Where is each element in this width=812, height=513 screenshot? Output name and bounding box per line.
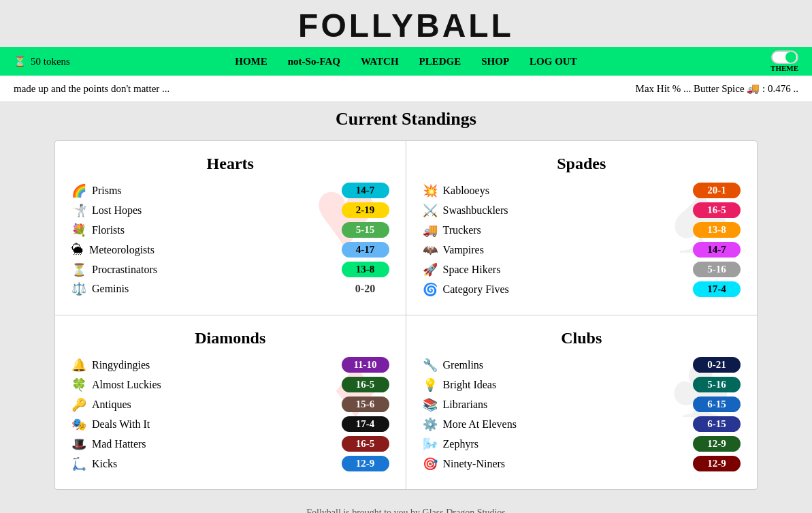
- team-name: Truckers: [443, 224, 481, 236]
- team-left: 💡Bright Ideas: [423, 377, 497, 392]
- footer: Follyball is brought to you by Glass Dra…: [0, 497, 812, 513]
- diamonds-team-list: 🔔Ringydingies11-10🍀Almost Luckies16-5🔑An…: [71, 357, 389, 471]
- main-content: Current Standings ♥ Hearts 🌈Prisms14-7🤺L…: [0, 102, 812, 497]
- clubs-team-list: 🔧Gremlins0-21💡Bright Ideas5-16📚Librarian…: [423, 357, 741, 471]
- score-badge: 4-17: [342, 242, 389, 258]
- team-row: ⚔️Swashbucklers16-5: [423, 202, 741, 218]
- score-badge: 6-15: [693, 397, 741, 412]
- score-badge: 13-8: [342, 262, 389, 277]
- team-name: Bright Ideas: [443, 379, 497, 391]
- theme-label: THEME: [770, 64, 798, 72]
- team-name: Ninety-Niners: [443, 458, 506, 470]
- team-name: More At Elevens: [443, 418, 517, 431]
- team-row: 🌬️Zephyrs12-9: [423, 436, 741, 452]
- nav-watch[interactable]: WATCH: [361, 56, 399, 67]
- theme-toggle-switch[interactable]: [771, 50, 798, 64]
- team-left: ⚖️Geminis: [71, 281, 129, 296]
- diamonds-quadrant: ♦ Diamonds 🔔Ringydingies11-10🍀Almost Luc…: [55, 315, 406, 489]
- team-left: 🌦Meteorologists: [71, 243, 155, 257]
- team-icon: 🎩: [71, 437, 86, 452]
- team-icon: 🤺: [71, 203, 86, 218]
- score-badge: 5-16: [693, 262, 741, 277]
- standings-grid: ♥ Hearts 🌈Prisms14-7🤺Lost Hopes2-19💐Flor…: [54, 140, 758, 490]
- team-name: Vampires: [443, 244, 484, 256]
- team-row: 🦇Vampires14-7: [423, 242, 741, 258]
- team-name: Mad Hatters: [92, 438, 146, 450]
- team-left: 🌀Category Fives: [423, 282, 509, 297]
- score-badge: 0-21: [693, 357, 741, 373]
- team-icon: ⏳: [71, 262, 86, 277]
- team-row: 🌀Category Fives17-4: [423, 281, 741, 297]
- hearts-team-list: 🌈Prisms14-7🤺Lost Hopes2-19💐Florists5-15🌦…: [71, 183, 389, 296]
- team-row: ⚖️Geminis0-20: [71, 281, 389, 296]
- hourglass-icon: ⏳: [14, 55, 27, 67]
- clubs-quadrant: ♣ Clubs 🔧Gremlins0-21💡Bright Ideas5-16📚L…: [406, 315, 758, 489]
- team-name: Meteorologists: [89, 244, 155, 256]
- token-count: ⏳ 50 tokens: [14, 55, 70, 67]
- team-icon: 🦇: [423, 243, 438, 258]
- clubs-title: Clubs: [423, 329, 741, 347]
- team-icon: ⚖️: [71, 281, 86, 296]
- ticker-left: made up and the points don't matter ...: [14, 83, 169, 95]
- score-badge: 14-7: [342, 183, 389, 198]
- team-icon: 🚚: [423, 223, 438, 238]
- team-icon: ⚔️: [423, 203, 438, 218]
- score-badge: 12-9: [693, 436, 741, 452]
- team-name: Kablooeys: [443, 185, 489, 197]
- team-left: ⏳Procrastinators: [71, 262, 157, 277]
- team-row: 🔑Antiques15-6: [71, 397, 389, 412]
- score-badge: 6-15: [693, 416, 741, 432]
- site-title: FOLLYBALL: [0, 0, 812, 47]
- team-left: 🔑Antiques: [71, 397, 131, 412]
- team-icon: 💡: [423, 377, 438, 392]
- team-left: 🛴Kicks: [71, 456, 117, 471]
- nav-pledge[interactable]: PLEDGE: [419, 56, 461, 67]
- nav-home[interactable]: HOME: [235, 56, 267, 67]
- theme-toggle[interactable]: THEME: [770, 50, 798, 72]
- score-badge: 20-1: [693, 183, 741, 198]
- team-row: 🛴Kicks12-9: [71, 456, 389, 471]
- score-badge: 16-5: [342, 377, 389, 392]
- team-name: Almost Luckies: [92, 379, 161, 391]
- team-row: 🌦Meteorologists4-17: [71, 242, 389, 258]
- team-left: ⚔️Swashbucklers: [423, 203, 508, 218]
- team-name: Ringydingies: [92, 359, 150, 371]
- team-icon: 🎭: [71, 417, 86, 432]
- team-left: 🚀Space Hikers: [423, 262, 501, 277]
- nav-faq[interactable]: not-So-FAQ: [288, 56, 340, 67]
- diamonds-title: Diamonds: [71, 329, 389, 347]
- team-row: ⏳Procrastinators13-8: [71, 262, 389, 277]
- score-badge: 16-5: [693, 202, 741, 218]
- score-badge: 13-8: [693, 222, 741, 238]
- team-icon: 🌈: [71, 183, 86, 198]
- team-row: ⚙️More At Elevens6-15: [423, 416, 741, 432]
- nav-shop[interactable]: SHOP: [481, 56, 509, 67]
- nav-bar: ⏳ 50 tokens HOME not-So-FAQ WATCH PLEDGE…: [0, 47, 812, 76]
- ticker-bar: made up and the points don't matter ... …: [0, 76, 812, 102]
- team-icon: 🍀: [71, 377, 86, 392]
- hearts-quadrant: ♥ Hearts 🌈Prisms14-7🤺Lost Hopes2-19💐Flor…: [55, 141, 406, 315]
- team-row: 🔧Gremlins0-21: [423, 357, 741, 373]
- spades-team-list: 💥Kablooeys20-1⚔️Swashbucklers16-5🚚Trucke…: [423, 183, 741, 297]
- team-row: 💐Florists5-15: [71, 222, 389, 238]
- team-left: ⚙️More At Elevens: [423, 417, 517, 432]
- team-left: 🍀Almost Luckies: [71, 377, 161, 392]
- team-icon: 🌬️: [423, 437, 438, 452]
- team-name: Kicks: [92, 458, 117, 470]
- nav-logout[interactable]: LOG OUT: [530, 56, 577, 67]
- team-name: Librarians: [443, 399, 488, 411]
- team-left: 🎩Mad Hatters: [71, 437, 146, 452]
- team-name: Geminis: [92, 283, 129, 295]
- hearts-title: Hearts: [71, 155, 389, 173]
- score-badge: 12-9: [693, 456, 741, 471]
- team-row: 🌈Prisms14-7: [71, 183, 389, 198]
- team-name: Category Fives: [443, 283, 509, 296]
- spades-quadrant: ♠ Spades 💥Kablooeys20-1⚔️Swashbucklers16…: [406, 141, 758, 315]
- score-badge: 16-5: [342, 436, 389, 452]
- ticker-right: Max Hit % ... Butter Spice 🚚 : 0.476 ..: [636, 82, 798, 95]
- team-left: 🎭Deals With It: [71, 417, 150, 432]
- team-left: 🦇Vampires: [423, 243, 484, 258]
- team-row: 💡Bright Ideas5-16: [423, 377, 741, 392]
- team-row: 🍀Almost Luckies16-5: [71, 377, 389, 392]
- spades-title: Spades: [423, 155, 741, 173]
